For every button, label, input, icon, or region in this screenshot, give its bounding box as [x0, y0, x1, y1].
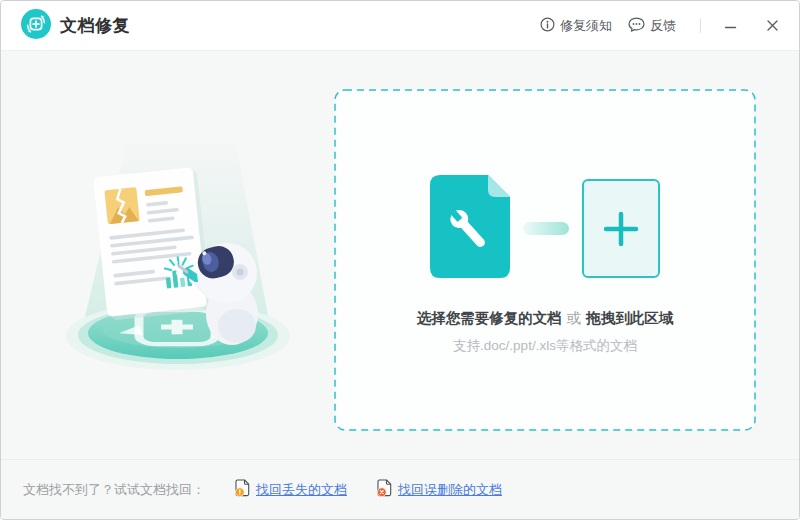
- app-title: 文档修复: [60, 14, 130, 37]
- doc-warning-icon: [235, 479, 250, 500]
- feedback-bubble-icon: [628, 17, 645, 35]
- file-dropzone[interactable]: 选择您需要修复的文档或拖拽到此区域 支持.doc/.ppt/.xls等格式的文档: [334, 89, 756, 431]
- dropzone-formats-hint: 支持.doc/.ppt/.xls等格式的文档: [453, 337, 637, 355]
- minimize-button[interactable]: [717, 13, 743, 39]
- recover-lost-docs-link[interactable]: 找回丢失的文档: [235, 479, 347, 500]
- recover-deleted-docs-label: 找回误删除的文档: [398, 481, 502, 499]
- plus-icon: [602, 210, 640, 248]
- or-text: 或: [567, 310, 582, 326]
- recovery-prompt: 文档找不到了？试试文档找回：: [23, 481, 205, 499]
- footer-bar: 文档找不到了？试试文档找回： 找回丢失的文档: [1, 459, 799, 519]
- dropzone-content: 选择您需要修复的文档或拖拽到此区域 支持.doc/.ppt/.xls等格式的文档: [334, 89, 756, 355]
- transfer-arrow-icon: [523, 222, 569, 235]
- repair-notice-label: 修复须知: [560, 17, 612, 35]
- select-text: 选择您需要修复的文档: [417, 310, 562, 326]
- doc-error-icon: [377, 479, 392, 500]
- titlebar-right: 修复须知 反馈: [540, 13, 785, 39]
- titlebar-divider: [700, 18, 701, 33]
- minimize-icon: [724, 19, 737, 32]
- close-icon: [766, 19, 779, 32]
- feedback-button[interactable]: 反馈: [628, 17, 676, 35]
- app-logo-icon: [21, 9, 51, 43]
- dropzone-instruction: 选择您需要修复的文档或拖拽到此区域: [417, 309, 674, 328]
- close-button[interactable]: [759, 13, 785, 39]
- dropzone-icons: [430, 175, 660, 282]
- add-file-box: [582, 179, 660, 278]
- info-icon: [540, 17, 555, 35]
- titlebar: 文档修复 修复须知: [1, 1, 799, 51]
- recover-deleted-docs-link[interactable]: 找回误删除的文档: [377, 479, 502, 500]
- drag-text: 拖拽到此区域: [586, 310, 673, 326]
- app-window: 文档修复 修复须知: [0, 0, 800, 520]
- main-area: 选择您需要修复的文档或拖拽到此区域 支持.doc/.ppt/.xls等格式的文档: [1, 51, 799, 459]
- wrench-document-icon: [430, 175, 510, 282]
- brand: 文档修复: [21, 9, 130, 43]
- feedback-label: 反馈: [650, 17, 676, 35]
- recover-lost-docs-label: 找回丢失的文档: [256, 481, 347, 499]
- repair-notice-button[interactable]: 修复须知: [540, 17, 612, 35]
- repair-robot-illustration: [56, 136, 316, 391]
